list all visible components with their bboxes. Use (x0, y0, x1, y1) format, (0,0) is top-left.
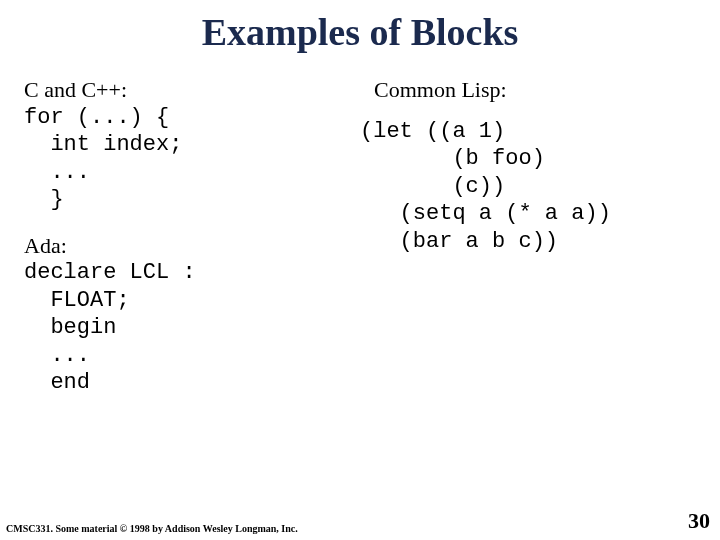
slide-title: Examples of Blocks (0, 0, 720, 54)
left-column: C and C++: for (...) { int index; ... } … (24, 76, 360, 415)
right-column: Common Lisp: (let ((a 1) (b foo) (c)) (s… (360, 76, 696, 415)
ada-code: declare LCL : FLOAT; begin ... end (24, 259, 360, 397)
ada-label: Ada: (24, 232, 360, 260)
lisp-label: Common Lisp: (360, 76, 696, 104)
slide: Examples of Blocks C and C++: for (...) … (0, 0, 720, 540)
c-label: C and C++: (24, 76, 360, 104)
spacer (360, 104, 696, 118)
lisp-block: Common Lisp: (let ((a 1) (b foo) (c)) (s… (360, 76, 696, 255)
lisp-code: (let ((a 1) (b foo) (c)) (setq a (* a a)… (360, 118, 696, 256)
page-number: 30 (688, 508, 710, 534)
c-code: for (...) { int index; ... } (24, 104, 360, 214)
c-block: C and C++: for (...) { int index; ... } (24, 76, 360, 214)
ada-block: Ada: declare LCL : FLOAT; begin ... end (24, 232, 360, 397)
footer-text: CMSC331. Some material © 1998 by Addison… (6, 523, 298, 534)
slide-body: C and C++: for (...) { int index; ... } … (0, 54, 720, 415)
